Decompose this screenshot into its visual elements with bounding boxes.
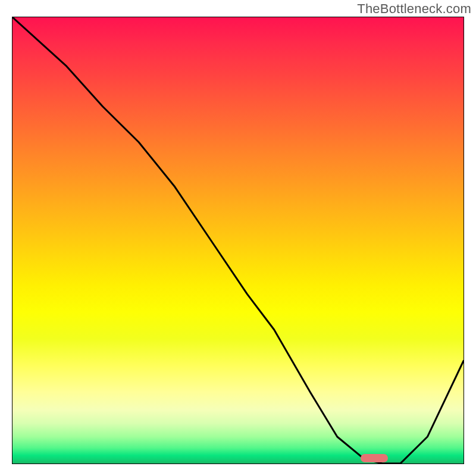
bottleneck-curve (12, 17, 464, 464)
watermark-text: TheBottleneck.com (357, 1, 471, 17)
chart-plot-area (12, 17, 464, 464)
curve-path (12, 17, 464, 464)
optimum-marker (361, 454, 388, 462)
